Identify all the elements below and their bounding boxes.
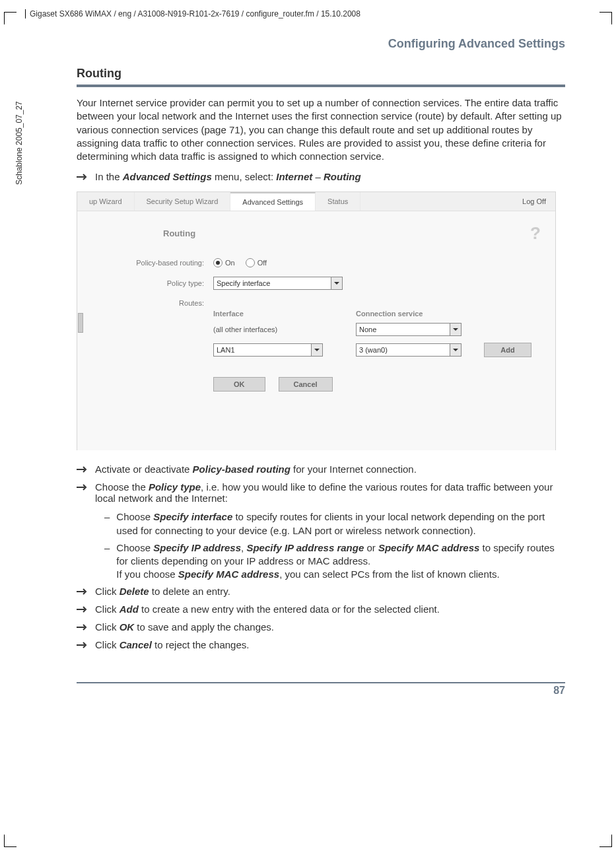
document-path-text: Gigaset SX686 WiMAX / eng / A31008-N919-… [30, 9, 360, 18]
step-2-sub-1: – Choose Specify interface to specify ro… [104, 510, 565, 537]
side-handle [78, 313, 83, 333]
tab-security-wizard[interactable]: Security Setup Wizard [135, 192, 231, 211]
tab-setup-wizard[interactable]: up Wizard [77, 192, 135, 211]
chevron-down-icon [311, 344, 322, 356]
step-5-text: Click OK to save and apply the changes. [95, 621, 274, 633]
dash-icon: – [104, 541, 110, 582]
intro-paragraph: Your Internet service provider can permi… [77, 96, 565, 163]
select-policy-type[interactable]: Specify interface [213, 277, 343, 290]
page-content: Configuring Advanced Settings Routing Yo… [77, 37, 565, 657]
select-policy-type-value: Specify interface [217, 279, 270, 287]
section-header: Configuring Advanced Settings [77, 37, 565, 51]
step-4: Click Add to create a new entry with the… [77, 603, 565, 615]
label-policy-routing: Policy-based routing: [92, 259, 213, 267]
help-icon[interactable]: ? [530, 223, 541, 244]
radio-off-input[interactable] [246, 258, 255, 267]
dash-icon: – [104, 510, 110, 537]
chevron-down-icon [450, 344, 461, 356]
step-3-text: Click Delete to delete an entry. [95, 586, 230, 597]
radio-on-label: On [225, 259, 235, 267]
title-rule [77, 85, 565, 87]
step-6-text: Click Cancel to reject the changes. [95, 639, 249, 650]
document-path-header: Gigaset SX686 WiMAX / eng / A31008-N919-… [25, 9, 360, 18]
routes-row-1: (all other interfaces) None [213, 323, 541, 336]
crop-mark [599, 12, 612, 24]
step-2-sub-2-text: Choose Specify IP address, Specify IP ad… [116, 541, 565, 582]
step-2-sub-2: – Choose Specify IP address, Specify IP … [104, 541, 565, 582]
tab-advanced-settings[interactable]: Advanced Settings [230, 192, 316, 211]
panel-body: Routing ? Policy-based routing: On Off [77, 211, 555, 450]
select-row2-interface-value: LAN1 [217, 346, 235, 354]
arrow-icon [77, 173, 88, 181]
logoff-link[interactable]: Log Off [513, 192, 555, 211]
label-routes: Routes: [92, 299, 213, 307]
arrow-icon [77, 605, 88, 613]
col-interface: Interface [213, 310, 356, 318]
arrow-icon [77, 483, 88, 491]
row-policy-type: Policy type: Specify interface [92, 277, 541, 290]
select-row2-interface[interactable]: LAN1 [213, 343, 323, 357]
step-3: Click Delete to delete an entry. [77, 586, 565, 597]
ok-button[interactable]: OK [213, 377, 265, 392]
crop-mark [4, 12, 17, 24]
arrow-icon [77, 623, 88, 631]
select-row1-conn[interactable]: None [356, 323, 462, 336]
template-side-label: Schablone 2005_07_27 [15, 101, 24, 185]
row-policy-routing: Policy-based routing: On Off [92, 258, 541, 267]
label-policy-type: Policy type: [92, 279, 213, 287]
routes-row-2: LAN1 3 (wan0) Add [213, 343, 541, 357]
step-2-sub-1-text: Choose Specify interface to specify rout… [116, 510, 565, 537]
arrow-icon [77, 465, 88, 473]
nav-instruction-text: In the Advanced Settings menu, select: I… [95, 171, 361, 182]
routes-col-headers: Interface Connection service [213, 310, 541, 318]
radio-group-policy-routing: On Off [213, 258, 267, 267]
crop-mark [4, 835, 17, 847]
step-6: Click Cancel to reject the changes. [77, 639, 565, 650]
chevron-down-icon [331, 277, 342, 289]
tab-status[interactable]: Status [316, 192, 360, 211]
radio-on-input[interactable] [213, 258, 222, 267]
row1-interface: (all other interfaces) [213, 326, 356, 333]
add-button[interactable]: Add [484, 343, 531, 357]
row-routes: Routes: [92, 299, 541, 307]
panel-title: Routing [163, 228, 195, 238]
tab-bar: up Wizard Security Setup Wizard Advanced… [77, 192, 555, 211]
step-2-text: Choose the Policy type, i.e. how you wou… [95, 481, 565, 504]
arrow-icon [77, 641, 88, 649]
page-title: Routing [77, 67, 565, 81]
step-1: Activate or deactivate Policy-based rout… [77, 464, 565, 475]
crop-mark [599, 835, 612, 847]
nav-instruction: In the Advanced Settings menu, select: I… [77, 171, 565, 182]
chevron-down-icon [450, 324, 461, 335]
radio-on[interactable]: On [213, 258, 235, 267]
radio-off-label: Off [257, 259, 267, 267]
step-5: Click OK to save and apply the changes. [77, 621, 565, 633]
footer-rule [77, 682, 565, 683]
step-4-text: Click Add to create a new entry with the… [95, 603, 440, 615]
radio-off[interactable]: Off [246, 258, 267, 267]
select-row2-conn[interactable]: 3 (wan0) [356, 343, 462, 357]
col-conn-service: Connection service [356, 310, 423, 318]
ok-cancel-row: OK Cancel [213, 377, 541, 392]
select-row1-conn-value: None [359, 326, 376, 333]
cancel-button[interactable]: Cancel [279, 377, 333, 392]
arrow-icon [77, 588, 88, 596]
step-2: Choose the Policy type, i.e. how you wou… [77, 481, 565, 504]
router-ui-screenshot: up Wizard Security Setup Wizard Advanced… [77, 191, 556, 450]
step-1-text: Activate or deactivate Policy-based rout… [95, 464, 417, 475]
select-row2-conn-value: 3 (wan0) [359, 346, 388, 354]
page-number: 87 [553, 685, 565, 697]
